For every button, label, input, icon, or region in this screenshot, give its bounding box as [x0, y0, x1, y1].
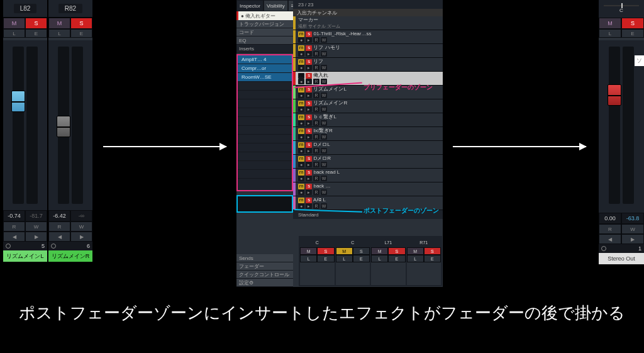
- track-mute-icon[interactable]: m: [298, 184, 304, 189]
- mini-listen[interactable]: L: [300, 255, 317, 262]
- edit-button[interactable]: E: [621, 29, 644, 38]
- track-row[interactable]: m s リズムメインR●▸RW: [293, 99, 443, 113]
- mini-listen[interactable]: L: [371, 255, 388, 262]
- tab-inspector[interactable]: Inspector: [236, 0, 264, 11]
- insert-slot[interactable]: RoomW…SE: [238, 73, 292, 82]
- prev-icon[interactable]: ◀: [599, 234, 621, 244]
- fader-handle[interactable]: [57, 116, 70, 137]
- mini-listen[interactable]: L: [336, 255, 353, 262]
- track-name-label[interactable]: Stereo Out: [599, 253, 644, 264]
- mini-solo[interactable]: S: [424, 247, 441, 255]
- mini-edit[interactable]: E: [388, 255, 405, 262]
- mini-solo[interactable]: S: [317, 247, 334, 255]
- tab-visibility[interactable]: Visibility: [264, 0, 288, 11]
- mini-mute[interactable]: M: [407, 247, 424, 255]
- track-row[interactable]: m s back read L●▸RW: [293, 169, 443, 182]
- solo-button[interactable]: S: [25, 18, 47, 29]
- insert-slot-empty[interactable]: [238, 152, 292, 161]
- peak-value[interactable]: -63.8: [621, 213, 644, 224]
- mini-solo[interactable]: S: [353, 247, 370, 255]
- track-name-label[interactable]: リズムメインR: [48, 250, 92, 262]
- track-mute-icon[interactable]: m: [298, 101, 304, 106]
- track-solo-icon[interactable]: s: [306, 170, 312, 176]
- mute-button[interactable]: M: [3, 18, 25, 29]
- track-solo-icon[interactable]: s: [306, 184, 312, 189]
- insert-slot-empty[interactable]: [238, 161, 292, 170]
- track-row[interactable]: m s 01-Thrill_-Risk_-Hear…ss●▸RW: [293, 30, 443, 44]
- track-solo-icon[interactable]: s: [306, 73, 312, 79]
- track-solo-icon[interactable]: s: [306, 31, 312, 37]
- track-row[interactable]: m s bc繋ぎR●▸RW: [293, 127, 443, 141]
- mini-pan[interactable]: C: [300, 237, 335, 247]
- section-sends[interactable]: Sends: [236, 254, 293, 262]
- track-mute-icon[interactable]: m: [298, 59, 304, 65]
- mini-listen[interactable]: L: [407, 255, 424, 262]
- edit-button[interactable]: E: [70, 29, 92, 38]
- track-solo-icon[interactable]: s: [306, 101, 312, 106]
- track-mute-icon[interactable]: m: [298, 45, 304, 51]
- mini-pan[interactable]: R71: [407, 237, 441, 247]
- insert-slot-empty[interactable]: [238, 143, 292, 152]
- track-mute-icon[interactable]: m: [298, 142, 304, 148]
- track-mute-icon[interactable]: m: [298, 128, 304, 134]
- section-fader[interactable]: フェーダー: [236, 262, 293, 271]
- insert-slot-empty[interactable]: [238, 99, 292, 108]
- track-mute-icon[interactable]: m: [298, 156, 304, 162]
- track-solo-icon[interactable]: s: [306, 87, 312, 92]
- insert-slot[interactable]: Compr…or: [238, 64, 292, 73]
- fader-handle[interactable]: [11, 91, 25, 112]
- fader-value[interactable]: 0.00: [599, 213, 621, 224]
- section-inserts[interactable]: Inserts: [236, 45, 293, 53]
- mini-pan[interactable]: C: [336, 237, 370, 247]
- next-icon[interactable]: ▶: [70, 232, 92, 242]
- section-eq[interactable]: EQ: [236, 36, 293, 45]
- next-icon[interactable]: ▶: [25, 232, 47, 242]
- section-track-version[interactable]: トラックバージョン: [236, 20, 293, 28]
- next-icon[interactable]: ▶: [621, 234, 644, 244]
- fader[interactable]: [609, 47, 620, 204]
- peak-value[interactable]: -81.7: [25, 210, 47, 221]
- track-solo-icon[interactable]: s: [306, 198, 312, 203]
- fader-value[interactable]: -0.74: [3, 210, 25, 221]
- insert-slot-empty[interactable]: [238, 170, 292, 179]
- pan-display[interactable]: R82: [48, 0, 92, 18]
- track-solo-icon[interactable]: s: [306, 115, 312, 120]
- track-row[interactable]: m s リフ ハモリ●▸RW: [293, 44, 443, 58]
- track-row[interactable]: m s リフ●▸RW: [293, 58, 443, 72]
- read-button[interactable]: R: [3, 221, 25, 232]
- track-solo-icon[interactable]: s: [306, 128, 312, 134]
- mini-mute[interactable]: M: [300, 247, 317, 255]
- track-mute-icon[interactable]: m: [298, 115, 304, 120]
- listen-button[interactable]: L: [599, 29, 621, 38]
- mini-pan[interactable]: L71: [371, 237, 406, 247]
- insert-slot-empty[interactable]: [238, 91, 292, 99]
- insert-slot-empty[interactable]: [238, 108, 292, 117]
- read-button[interactable]: R: [48, 221, 70, 232]
- post-fader-zone[interactable]: [236, 195, 293, 213]
- mute-button[interactable]: M: [599, 18, 621, 29]
- edit-button[interactable]: E: [25, 29, 47, 38]
- track-name-label[interactable]: リズムメインL: [3, 250, 47, 262]
- track-solo-icon[interactable]: s: [306, 45, 312, 51]
- insert-slot-empty[interactable]: [238, 135, 292, 143]
- inspector-track-name[interactable]: ● 俺入れギター: [236, 11, 293, 20]
- insert-slot-empty[interactable]: [238, 126, 292, 135]
- pan-display[interactable]: L82: [3, 0, 47, 18]
- solo-button[interactable]: S: [621, 18, 644, 29]
- fader[interactable]: [13, 47, 24, 204]
- mini-edit[interactable]: E: [317, 255, 334, 262]
- track-mute-icon[interactable]: m: [298, 73, 304, 79]
- track-mute-icon[interactable]: m: [298, 170, 304, 176]
- pan-display[interactable]: C: [599, 0, 644, 18]
- write-button[interactable]: W: [25, 221, 47, 232]
- solo-tab[interactable]: ソ: [635, 55, 644, 66]
- fader-value[interactable]: -6.42: [48, 210, 70, 221]
- insert-slot[interactable]: AmpliT… 4: [238, 55, 292, 64]
- track-solo-icon[interactable]: s: [306, 142, 312, 148]
- fader-handle[interactable]: [608, 84, 621, 106]
- write-button[interactable]: W: [70, 221, 92, 232]
- solo-button[interactable]: S: [70, 18, 92, 29]
- write-button[interactable]: W: [621, 224, 644, 234]
- insert-slot-empty[interactable]: [238, 117, 292, 126]
- track-row[interactable]: m s ｂｃ繋ぎL●▸RW: [293, 113, 443, 127]
